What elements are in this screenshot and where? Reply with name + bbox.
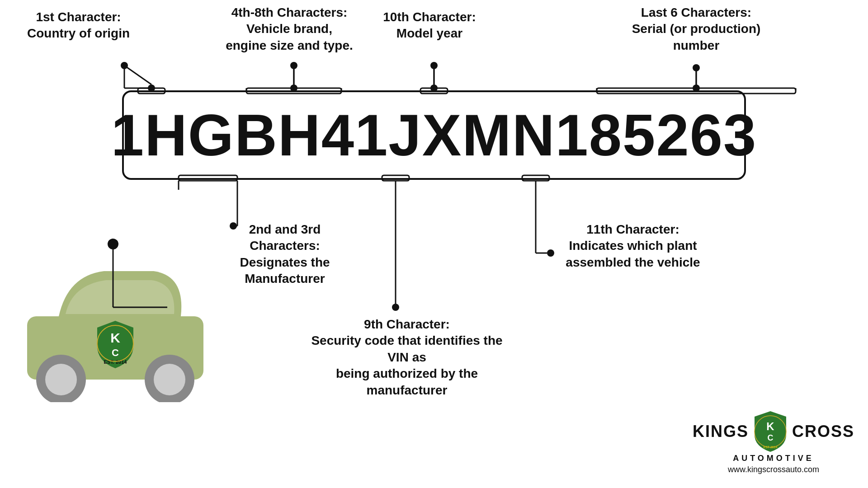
brand-website: www.kingscrossauto.com <box>728 465 819 474</box>
svg-point-44 <box>290 62 297 69</box>
svg-point-50 <box>693 64 700 71</box>
label-9th-char: 9th Character: Security code that identi… <box>307 316 506 399</box>
svg-text:C: C <box>112 347 119 358</box>
svg-text:K: K <box>766 420 774 432</box>
svg-line-40 <box>124 66 151 84</box>
svg-point-34 <box>392 304 399 311</box>
label-first-char: 1st Character: Country of origin <box>27 9 130 42</box>
brand-name-kings: KINGS <box>693 422 749 441</box>
label-10th-char: 10th Character: Model year <box>371 9 488 42</box>
svg-point-2 <box>45 364 77 395</box>
kc-brand-logo: KINGS K C EST 2014 CROSS AUTOMOTIVE www.… <box>693 411 854 474</box>
svg-text:K: K <box>110 330 120 345</box>
brand-name-cross: CROSS <box>792 422 854 441</box>
brand-sub: AUTOMOTIVE <box>733 454 814 463</box>
svg-point-4 <box>154 364 185 395</box>
label-2-3-chars: 2nd and 3rdCharacters:Designates theManu… <box>217 221 353 287</box>
svg-point-47 <box>430 62 438 69</box>
vin-display: 1HGBH41JXMN185263 <box>122 90 746 180</box>
label-11th-char: 11th Character: Indicates which plantass… <box>542 221 723 271</box>
svg-point-41 <box>121 62 128 69</box>
kc-badge-icon: K C EST 2014 <box>752 411 788 452</box>
car-illustration: EST. 2014 K C <box>14 235 217 402</box>
label-last-6-chars: Last 6 Characters: Serial (or production… <box>624 5 769 54</box>
svg-text:EST 2014: EST 2014 <box>763 446 777 449</box>
vin-number: 1HGBH41JXMN185263 <box>111 101 757 169</box>
svg-text:C: C <box>767 433 773 442</box>
label-4-8-chars: 4th-8th Characters: Vehicle brand,engine… <box>222 5 357 54</box>
